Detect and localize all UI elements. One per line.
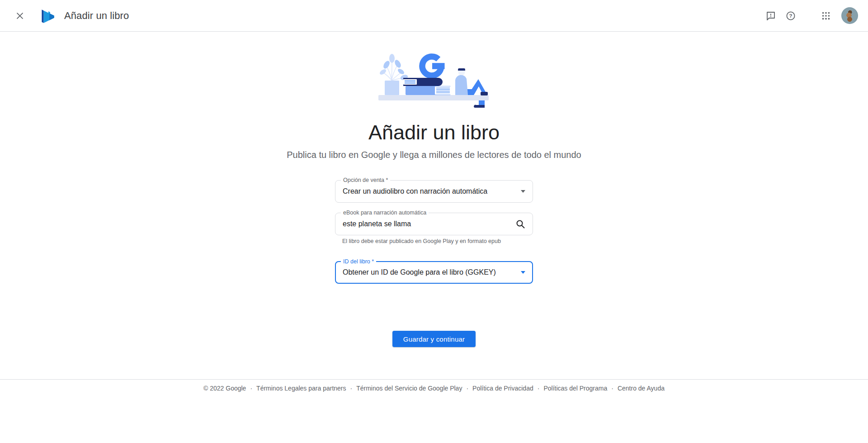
help-icon: ? — [785, 10, 796, 21]
apps-grid-icon — [821, 11, 831, 21]
ebook-helper-text: El libro debe estar publicado en Google … — [342, 238, 533, 245]
google-apps-button[interactable] — [816, 6, 836, 26]
page-footer: © 2022 Google · Términos Legales para pa… — [0, 379, 868, 443]
close-icon — [15, 11, 25, 21]
hero-illustration — [377, 52, 491, 109]
send-feedback-button[interactable] — [761, 6, 781, 26]
copyright-text: © 2022 Google — [203, 385, 246, 392]
footer-link-centro-ayuda[interactable]: Centro de Ayuda — [618, 385, 665, 392]
footer-separator: · — [611, 385, 613, 392]
add-book-page: Añadir un libro Publica tu libro en Goog… — [0, 32, 868, 379]
book-id-select[interactable]: ID del libro * Obtener un ID de Google p… — [335, 261, 533, 284]
feedback-icon — [765, 10, 776, 21]
ebook-search-label: eBook para narración automática — [341, 209, 429, 217]
add-book-form: Opción de venta * Crear un audiolibro co… — [335, 180, 533, 284]
book-id-label: ID del libro * — [341, 258, 376, 266]
sale-option-select[interactable]: Opción de venta * Crear un audiolibro co… — [335, 180, 533, 203]
dropdown-arrow-icon — [521, 190, 525, 193]
footer-separator: · — [538, 385, 540, 392]
page-title: Añadir un libro — [368, 122, 500, 143]
app-bar-title: Añadir un libro — [64, 10, 129, 22]
top-app-bar: Añadir un libro ? — [0, 0, 868, 32]
footer-link-terminos-legales[interactable]: Términos Legales para partners — [256, 385, 346, 392]
google-play-books-logo — [37, 5, 58, 26]
save-and-continue-button[interactable]: Guardar y continuar — [392, 331, 476, 347]
svg-text:?: ? — [789, 13, 792, 19]
footer-link-politicas-programa[interactable]: Políticas del Programa — [543, 385, 607, 392]
search-icon — [515, 219, 526, 229]
help-button[interactable]: ? — [781, 6, 801, 26]
dropdown-arrow-icon — [521, 271, 525, 274]
footer-separator: · — [250, 385, 252, 392]
account-avatar[interactable] — [841, 7, 858, 24]
sale-option-label: Opción de venta * — [341, 176, 390, 184]
footer-link-politica-privacidad[interactable]: Política de Privacidad — [472, 385, 533, 392]
footer-separator: · — [350, 385, 353, 392]
footer-separator: · — [466, 385, 468, 392]
search-button[interactable] — [514, 217, 527, 231]
footer-link-terminos-servicio[interactable]: Términos del Servicio de Google Play — [356, 385, 462, 392]
ebook-search-field: eBook para narración automática — [335, 213, 533, 235]
page-subtitle: Publica tu libro en Google y llega a mil… — [287, 149, 581, 160]
close-button[interactable] — [10, 6, 30, 26]
